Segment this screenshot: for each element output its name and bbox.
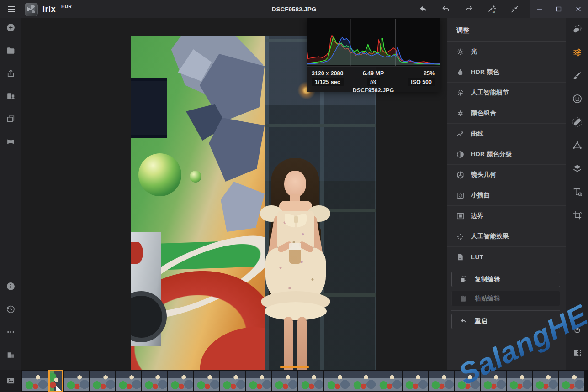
sidebar-add-button[interactable] (5, 22, 16, 33)
filmstrip-thumbnail[interactable] (350, 371, 376, 391)
tool-presets-button[interactable] (572, 23, 583, 35)
filmstrip-thumbnail[interactable] (455, 371, 480, 391)
sidebar-export-button[interactable] (5, 68, 16, 78)
adjust-section-6[interactable]: 镜头几何 (447, 165, 566, 185)
filmstrip-thumbnail[interactable] (90, 371, 115, 391)
filmstrip-thumbnail[interactable] (403, 371, 428, 391)
tool-export-button[interactable] (572, 325, 583, 337)
adjust-section-2[interactable]: 人工智能细节 (447, 83, 566, 103)
back-arrow-icon (418, 5, 428, 14)
hamburger-menu-button[interactable] (5, 3, 17, 15)
lens-geometry-icon (456, 170, 465, 179)
adjust-section-10[interactable]: LUT (447, 247, 566, 267)
app-window: Irix HDR DSCF9582.JPG AI (0, 0, 588, 392)
photo-shape (190, 171, 201, 183)
filmstrip-thumbnail[interactable] (481, 371, 506, 391)
horizontal-scrollbar[interactable] (21, 364, 447, 370)
adjust-section-9[interactable]: 人工智能效果 (447, 226, 566, 247)
adjust-section-3[interactable]: 颜色组合 (447, 103, 566, 124)
brush-icon (572, 70, 583, 81)
right-toolbar-bottom (566, 325, 588, 359)
filmstrip-thumbnail[interactable] (533, 371, 558, 391)
photo-shape (131, 78, 167, 138)
tool-text-button[interactable] (572, 186, 583, 198)
border-icon (456, 211, 465, 220)
prism-icon (572, 140, 583, 151)
sun-icon (456, 47, 465, 56)
minimize-button[interactable] (534, 3, 546, 15)
back-button[interactable] (418, 4, 428, 14)
left-sidebar-top (0, 22, 21, 147)
tool-heal-button[interactable] (572, 116, 583, 128)
adjust-section-5[interactable]: HDR 颜色分级 (447, 144, 566, 165)
adjust-section-0[interactable]: 光 (447, 42, 566, 62)
collapse-button[interactable] (509, 4, 519, 14)
tool-crop-button[interactable] (572, 209, 583, 221)
copy-edits-button[interactable]: 复制编辑 (451, 272, 560, 287)
filmstrip-thumbnail[interactable] (507, 371, 532, 391)
tool-portrait-button[interactable] (572, 93, 583, 105)
panorama-icon (6, 137, 16, 146)
tool-layers-button[interactable] (572, 162, 583, 174)
sidebar-folder-button[interactable] (5, 45, 16, 56)
photo-shape (284, 171, 306, 197)
filmstrip-thumbnail[interactable] (22, 371, 48, 391)
photo-shape (294, 216, 298, 223)
filmstrip-thumbnail[interactable] (64, 371, 89, 391)
filmstrip-thumbnail[interactable] (324, 371, 350, 391)
sidebar-compare-button[interactable] (5, 349, 16, 360)
tool-brush-button[interactable] (572, 69, 583, 81)
filmstrip-track[interactable] (22, 370, 588, 392)
filmstrip-thumbnail[interactable] (376, 371, 402, 391)
adjust-section-4[interactable]: 曲线 (447, 124, 566, 144)
sidebar-panorama-button[interactable] (5, 136, 16, 147)
heal-icon (572, 117, 583, 127)
image-dimensions: 3120 x 2080 (312, 70, 347, 77)
adjust-section-label: 曲线 (471, 130, 484, 138)
undo-button[interactable] (441, 4, 451, 14)
titlebar-left: Irix HDR (0, 3, 111, 16)
undo-icon (441, 5, 450, 14)
sidebar-more-button[interactable] (5, 326, 16, 337)
image-icon (5, 376, 16, 387)
filmstrip-thumbnail[interactable] (298, 371, 323, 391)
panel-title: 调整 (447, 18, 566, 42)
tool-adjust-button[interactable] (572, 46, 583, 58)
filmstrip-thumbnail[interactable] (168, 371, 193, 391)
ai-enhance-button[interactable]: AI (487, 4, 497, 14)
filmstrip-thumbnail[interactable] (116, 371, 141, 391)
filmstrip-thumbnail[interactable] (220, 371, 245, 391)
scrollbar-thumb[interactable] (280, 366, 309, 368)
sidebar-browser-button[interactable] (5, 113, 16, 124)
tool-geometry-button[interactable] (572, 139, 583, 151)
adjust-section-1[interactable]: HDR 颜色 (447, 62, 566, 83)
shutter-speed: 1/125 sec (312, 78, 344, 86)
maximize-button[interactable] (553, 3, 565, 15)
divider (451, 310, 560, 311)
history-icon (6, 304, 16, 314)
reset-button[interactable]: 重启 (451, 314, 560, 329)
filmstrip-thumbnail-selected[interactable] (48, 370, 63, 392)
share-icon (6, 68, 16, 78)
close-button[interactable] (572, 3, 584, 15)
filmstrip-thumbnail[interactable] (272, 371, 297, 391)
filmstrip-thumbnail[interactable] (142, 371, 167, 391)
filmstrip-thumbnail[interactable] (559, 371, 584, 391)
sidebar-info-button[interactable] (5, 281, 16, 292)
lut-file-icon (456, 252, 465, 261)
paste-edits-button[interactable]: 粘贴编辑 (451, 291, 560, 306)
adjust-section-7[interactable]: 小插曲 (447, 185, 566, 206)
filmstrip-thumbnail[interactable] (246, 371, 271, 391)
compare-icon (6, 350, 16, 360)
image-info: 3120 x 2080 6.49 MP 25% 1/125 sec f/4 IS… (307, 67, 440, 95)
sidebar-history-button[interactable] (5, 303, 16, 314)
sidebar-batch-button[interactable] (5, 90, 16, 101)
photo-subject (259, 158, 332, 382)
adjust-section-8[interactable]: 边界 (447, 206, 566, 226)
filmstrip-thumbnail[interactable] (429, 371, 454, 391)
plus-circle-icon (6, 23, 16, 32)
tool-compare-view-button[interactable] (572, 347, 583, 359)
filmstrip-thumbnail[interactable] (194, 371, 219, 391)
redo-button[interactable] (464, 4, 474, 14)
adjustments-panel: 调整 光HDR 颜色人工智能细节颜色组合曲线HDR 颜色分级镜头几何小插曲边界人… (447, 18, 566, 370)
